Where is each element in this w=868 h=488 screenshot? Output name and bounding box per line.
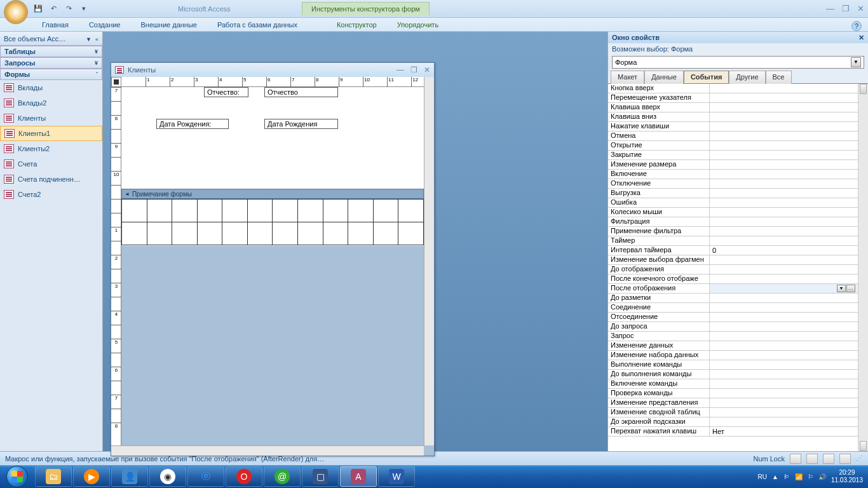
nav-item-form[interactable]: Клиенты2 (0, 141, 102, 156)
property-row[interactable]: Выгрузка (608, 189, 858, 198)
taskbar-explorer[interactable]: 🗂 (35, 466, 72, 487)
ribbon-tab-external[interactable]: Внешние данные (131, 18, 207, 31)
help-button[interactable]: ? (851, 21, 862, 31)
tray-language[interactable]: RU (758, 473, 767, 480)
property-row[interactable]: Колесико мыши (608, 208, 858, 217)
taskbar-chrome[interactable]: ◉ (149, 466, 186, 487)
property-value[interactable]: 0 (710, 246, 858, 255)
property-value[interactable] (710, 227, 858, 236)
ruler-corner[interactable] (111, 77, 121, 87)
taskbar-mediaplayer[interactable]: ▶ (73, 466, 110, 487)
taskbar-virtualbox[interactable]: ▢ (302, 466, 339, 487)
property-row[interactable]: До запроса (608, 322, 858, 332)
property-value[interactable] (710, 341, 858, 350)
property-value[interactable] (710, 351, 858, 360)
property-sheet-close[interactable]: ✕ (858, 34, 864, 42)
taskbar-app1[interactable]: 👤 (111, 466, 148, 487)
qat-redo[interactable]: ↷ (62, 3, 75, 15)
property-value[interactable] (710, 322, 858, 331)
property-value[interactable] (710, 274, 858, 283)
property-value[interactable] (710, 417, 858, 426)
vertical-ruler[interactable]: 7891012345678 (111, 87, 121, 445)
property-row[interactable]: После конечного отображе (608, 274, 858, 284)
property-row[interactable]: До отображения (608, 265, 858, 274)
property-value[interactable]: Нет (710, 427, 858, 436)
nav-item-form[interactable]: Клиенты1 (0, 126, 102, 141)
ribbon-tab-database[interactable]: Работа с базами данных (207, 18, 308, 31)
property-row[interactable]: Запрос (608, 332, 858, 341)
horizontal-ruler[interactable]: 123456789101112 (121, 77, 424, 87)
property-value[interactable] (710, 360, 858, 369)
property-row[interactable]: После отображения▼… (608, 284, 858, 294)
property-value[interactable] (710, 93, 858, 102)
property-row[interactable]: Применение фильтра (608, 227, 858, 236)
textbox-dob[interactable]: Дата Рождения (264, 119, 338, 129)
property-value[interactable] (710, 265, 858, 274)
property-row[interactable]: Перехват нажатия клавишНет (608, 427, 858, 437)
property-value[interactable] (710, 189, 858, 198)
property-row[interactable]: Клавиша вниз (608, 112, 858, 122)
property-row[interactable]: Интервал таймера0 (608, 246, 858, 255)
property-object-selector[interactable]: Форма ▼ (608, 55, 868, 70)
nav-group-tables[interactable]: Таблицы¥ (0, 46, 102, 57)
property-row[interactable]: Включение (608, 170, 858, 179)
property-value[interactable] (710, 303, 858, 312)
ribbon-tab-arrange[interactable]: Упорядочить (387, 18, 449, 31)
property-value[interactable] (710, 370, 858, 379)
property-tab[interactable]: События (684, 71, 729, 84)
form-restore-button[interactable]: ❐ (410, 65, 417, 74)
close-button[interactable]: ✕ (857, 4, 864, 13)
qat-save[interactable]: 💾 (32, 3, 44, 15)
form-footer-section-bar[interactable]: Примечание формы (121, 189, 424, 199)
form-minimize-button[interactable]: — (397, 65, 404, 74)
property-row[interactable]: Изменение размера (608, 160, 858, 170)
property-value[interactable] (710, 294, 858, 302)
tray-flag-icon[interactable]: 🏳 (783, 473, 790, 480)
property-value[interactable] (710, 198, 858, 207)
property-value[interactable] (710, 332, 858, 341)
property-row[interactable]: Изменение набора данных (608, 351, 858, 360)
property-value[interactable] (710, 398, 858, 407)
property-row[interactable]: До разметки (608, 294, 858, 303)
nav-group-queries[interactable]: Запросы¥ (0, 57, 102, 69)
property-tab[interactable]: Другие (729, 71, 765, 84)
view-design-button[interactable] (839, 454, 851, 464)
view-datasheet-button[interactable] (806, 454, 818, 464)
property-row[interactable]: Клавиша вверх (608, 103, 858, 112)
label-otchestvo[interactable]: Отчество: (204, 87, 248, 97)
property-scrollbar[interactable] (858, 84, 868, 451)
taskbar-access[interactable]: A (340, 466, 377, 487)
property-value[interactable] (710, 132, 858, 140)
qat-undo[interactable]: ↶ (47, 3, 60, 15)
tray-icon[interactable]: ▲ (772, 473, 778, 480)
property-value[interactable] (710, 255, 858, 264)
property-value[interactable] (710, 179, 858, 188)
chevron-down-icon[interactable]: ▼ (837, 285, 846, 292)
form-footer-surface[interactable] (121, 199, 424, 246)
property-value[interactable] (710, 160, 858, 169)
label-dob[interactable]: Дата Рождения: (156, 119, 229, 129)
property-value[interactable]: ▼… (710, 284, 858, 293)
tray-action-icon[interactable]: ⚐ (808, 473, 813, 480)
property-row[interactable]: Открытие (608, 141, 858, 151)
property-row[interactable]: Изменение выбора фрагмен (608, 255, 858, 265)
nav-group-forms[interactable]: Формыˆ (0, 69, 102, 80)
property-value[interactable] (710, 122, 858, 131)
tray-network-icon[interactable]: 📶 (795, 473, 803, 480)
form-hscrollbar[interactable] (111, 445, 424, 456)
property-row[interactable]: Фильтрация (608, 217, 858, 227)
view-form-button[interactable] (790, 454, 801, 464)
tray-volume-icon[interactable]: 🔊 (818, 473, 826, 480)
form-vscrollbar[interactable] (424, 77, 434, 445)
ribbon-tab-design[interactable]: Конструктор (327, 18, 387, 31)
property-row[interactable]: Включение команды (608, 379, 858, 389)
view-layout-button[interactable] (823, 454, 834, 464)
qat-dropdown[interactable]: ▾ (78, 3, 90, 15)
property-value[interactable] (710, 103, 858, 112)
office-button[interactable] (4, 0, 28, 24)
property-value[interactable] (710, 313, 858, 322)
restore-button[interactable]: ❐ (842, 4, 850, 13)
property-row[interactable]: Кнопка вверх (608, 84, 858, 93)
property-row[interactable]: Перемещение указателя (608, 93, 858, 103)
property-value[interactable] (710, 112, 858, 121)
